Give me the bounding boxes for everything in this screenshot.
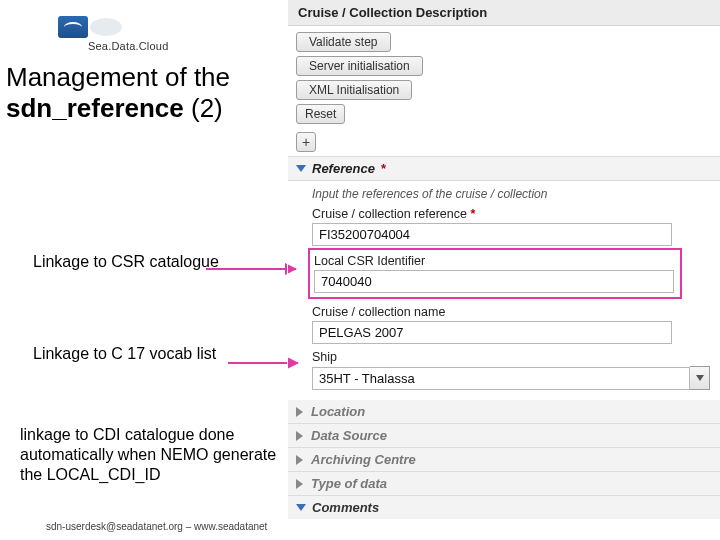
label-local-csr-id: Local CSR Identifier <box>314 254 676 268</box>
annotation-csr: Linkage to CSR catalogue <box>33 252 223 272</box>
section-archiving-centre-label: Archiving Centre <box>311 452 416 467</box>
highlight-csr-identifier: Local CSR Identifier 7040040 <box>308 248 682 299</box>
validate-step-button[interactable]: Validate step <box>296 32 391 52</box>
slide-left-column: Sea.Data.Cloud Management of the sdn_ref… <box>0 0 287 540</box>
label-cruise-reference: Cruise / collection reference * <box>312 207 710 221</box>
logo-text: Sea.Data.Cloud <box>88 40 279 52</box>
slide-title: Management of the sdn_reference (2) <box>6 62 279 124</box>
section-reference-header[interactable]: Reference * <box>288 156 720 181</box>
section-type-of-data-label: Type of data <box>311 476 387 491</box>
cloud-icon <box>90 18 122 36</box>
chevron-down-icon <box>296 504 306 511</box>
input-cruise-name[interactable]: PELGAS 2007 <box>312 321 672 344</box>
annotation-c17: Linkage to C 17 vocab list <box>33 344 253 364</box>
label-cruise-name: Cruise / collection name <box>312 305 710 319</box>
form-panel: Cruise / Collection Description Validate… <box>287 0 720 540</box>
section-location-header[interactable]: Location <box>288 400 720 424</box>
chevron-right-icon <box>296 479 303 489</box>
section-location-label: Location <box>311 404 365 419</box>
footer-text: sdn-userdesk@seadatanet.org – www.seadat… <box>46 521 267 532</box>
action-buttons: Validate step Server initialisation XML … <box>288 26 720 132</box>
ship-select-row: 35HT - Thalassa <box>312 366 710 390</box>
section-data-source-header[interactable]: Data Source <box>288 424 720 448</box>
logo-mark <box>58 16 88 38</box>
section-comments-label: Comments <box>312 500 379 515</box>
ship-dropdown-button[interactable] <box>690 366 710 390</box>
input-ship[interactable]: 35HT - Thalassa <box>312 367 690 390</box>
title-line2-rest: (2) <box>184 93 223 123</box>
add-button[interactable]: + <box>296 132 316 152</box>
section-archiving-centre-header[interactable]: Archiving Centre <box>288 448 720 472</box>
logo <box>58 16 279 38</box>
section-data-source-label: Data Source <box>311 428 387 443</box>
panel-title: Cruise / Collection Description <box>288 0 720 26</box>
chevron-down-icon <box>296 165 306 172</box>
chevron-right-icon <box>296 431 303 441</box>
section-reference-body: Input the references of the cruise / col… <box>288 181 720 400</box>
input-local-csr-id[interactable]: 7040040 <box>314 270 674 293</box>
reference-helper-text: Input the references of the cruise / col… <box>312 187 710 201</box>
annotation-cdi: linkage to CDI catalogue done automatica… <box>20 425 290 485</box>
required-star: * <box>381 161 386 176</box>
arrow-to-csr <box>206 268 296 270</box>
title-line1: Management of the <box>6 62 230 92</box>
server-initialisation-button[interactable]: Server initialisation <box>296 56 423 76</box>
reset-button[interactable]: Reset <box>296 104 345 124</box>
section-type-of-data-header[interactable]: Type of data <box>288 472 720 496</box>
chevron-down-icon <box>696 375 704 381</box>
input-cruise-reference[interactable]: FI35200704004 <box>312 223 672 246</box>
section-reference-label: Reference <box>312 161 375 176</box>
chevron-right-icon <box>296 455 303 465</box>
title-line2-bold: sdn_reference <box>6 93 184 123</box>
xml-initialisation-button[interactable]: XML Initialisation <box>296 80 412 100</box>
label-ship: Ship <box>312 350 710 364</box>
section-comments-header[interactable]: Comments <box>288 496 720 519</box>
chevron-right-icon <box>296 407 303 417</box>
